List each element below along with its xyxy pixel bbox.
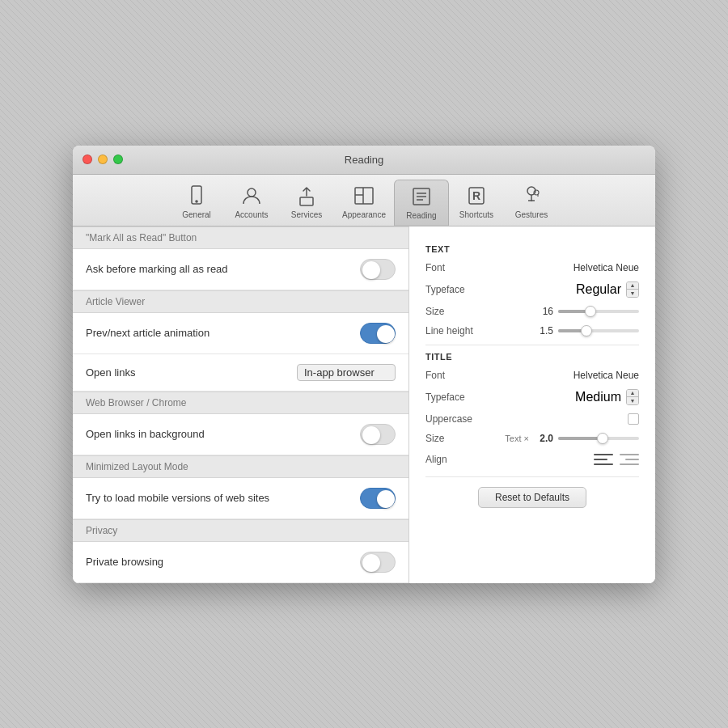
toggle-open-background[interactable] <box>360 424 396 445</box>
title-size-slider-container: Text × 2.0 <box>490 433 639 444</box>
title-size-row: Size Text × 2.0 <box>425 433 639 444</box>
title-font-label: Font <box>425 370 490 381</box>
setting-row-open-background: Open links in background <box>73 414 408 455</box>
upload-icon <box>294 183 320 209</box>
toolbar-item-gestures[interactable]: Gestures <box>504 180 559 226</box>
toolbar-label-general: General <box>182 210 211 219</box>
text-size-value: 16 <box>534 306 553 317</box>
toggle-knob-private-browsing <box>362 554 380 572</box>
section-header-privacy: Privacy <box>73 519 408 542</box>
text-size-slider[interactable] <box>558 310 639 313</box>
layout-icon <box>351 183 377 209</box>
text-section-title: TEXT <box>425 244 639 254</box>
svg-rect-4 <box>355 188 373 204</box>
toggle-knob-mobile-versions <box>377 490 395 508</box>
maximize-button[interactable] <box>113 154 123 164</box>
titlebar: Reading <box>73 146 655 175</box>
title-font-row: Font Helvetica Neue <box>425 370 639 381</box>
minimize-button[interactable] <box>98 154 108 164</box>
window-title: Reading <box>345 154 383 166</box>
align-right-button[interactable] <box>620 452 639 467</box>
toolbar-item-reading[interactable]: Reading <box>394 180 449 226</box>
toolbar-label-appearance: Appearance <box>342 210 386 219</box>
toggle-mobile-versions[interactable] <box>360 488 396 509</box>
title-uppercase-row: Uppercase <box>425 413 639 425</box>
toolbar-item-general[interactable]: General <box>169 180 224 226</box>
svg-point-2 <box>248 188 256 197</box>
divider-1 <box>425 345 639 345</box>
open-links-dropdown[interactable]: In-app browser Default browser <box>297 364 396 381</box>
toolbar-item-appearance[interactable]: Appearance <box>334 180 394 226</box>
text-typeface-value: Regular <box>576 282 621 297</box>
text-size-slider-container: 16 <box>534 306 639 317</box>
toolbar-label-shortcuts: Shortcuts <box>459 210 493 219</box>
text-font-value: Helvetica Neue <box>574 262 639 273</box>
setting-label-animation: Prev/next article animation <box>86 327 210 339</box>
title-size-label: Size <box>425 433 490 444</box>
title-size-prefix: Text × <box>490 434 529 443</box>
stepper-down[interactable]: ▼ <box>627 290 638 297</box>
align-left-button[interactable] <box>594 452 613 467</box>
app-window: Reading General Accounts <box>73 146 655 583</box>
align-buttons <box>594 452 639 467</box>
gestures-icon <box>518 183 544 209</box>
text-size-row: Size 16 <box>425 306 639 317</box>
setting-label-open-links: Open links <box>86 366 135 379</box>
title-stepper-up[interactable]: ▲ <box>627 390 638 398</box>
text-typeface-label: Typeface <box>425 284 490 295</box>
left-panel: "Mark All as Read" Button Ask before mar… <box>73 226 409 583</box>
setting-label-ask-before: Ask before marking all as read <box>86 263 228 275</box>
section-header-web-browser: Web Browser / Chrome <box>73 392 408 414</box>
stepper-up[interactable]: ▲ <box>627 282 638 290</box>
reset-defaults-button[interactable]: Reset to Defaults <box>478 487 586 508</box>
toolbar-label-reading: Reading <box>406 211 436 220</box>
title-typeface-value: Medium <box>575 390 621 404</box>
text-typeface-stepper[interactable]: ▲ ▼ <box>626 281 639 298</box>
r-icon: R <box>463 183 489 209</box>
person-icon <box>239 183 265 209</box>
toggle-knob-animation <box>377 325 395 343</box>
reset-btn-container: Reset to Defaults <box>425 476 639 514</box>
text-typeface-row: Typeface Regular ▲ ▼ <box>425 281 639 298</box>
title-typeface-stepper[interactable]: ▲ ▼ <box>626 389 639 405</box>
close-button[interactable] <box>83 154 92 164</box>
title-stepper-down[interactable]: ▼ <box>627 397 638 404</box>
title-uppercase-checkbox[interactable] <box>628 413 639 425</box>
text-lineheight-slider[interactable] <box>558 329 639 332</box>
text-lineheight-row: Line height 1.5 <box>425 325 639 336</box>
title-uppercase-label: Uppercase <box>425 413 490 425</box>
toggle-private-browsing[interactable] <box>360 552 396 573</box>
toolbar-label-services: Services <box>291 210 322 219</box>
title-font-value: Helvetica Neue <box>574 370 639 381</box>
title-size-slider[interactable] <box>558 437 639 440</box>
section-header-mark-all: "Mark All as Read" Button <box>73 226 408 249</box>
text-size-label: Size <box>425 306 490 317</box>
toolbar-item-services[interactable]: Services <box>279 180 334 226</box>
text-typeface-value-container: Regular ▲ ▼ <box>576 281 639 298</box>
section-header-minimized: Minimized Layout Mode <box>73 455 408 478</box>
setting-row-ask-before: Ask before marking all as read <box>73 249 408 290</box>
setting-label-mobile-versions: Try to load mobile versions of web sites <box>86 492 269 504</box>
right-panel: TEXT Font Helvetica Neue Typeface Regula… <box>409 226 655 583</box>
setting-row-mobile-versions: Try to load mobile versions of web sites <box>73 478 408 519</box>
toggle-ask-before[interactable] <box>360 259 396 280</box>
title-typeface-row: Typeface Medium ▲ ▼ <box>425 389 639 405</box>
toolbar-label-accounts: Accounts <box>235 210 268 219</box>
setting-label-open-background: Open links in background <box>86 428 205 440</box>
svg-rect-3 <box>300 197 313 205</box>
svg-point-1 <box>196 201 197 202</box>
text-font-label: Font <box>425 262 490 273</box>
title-typeface-value-container: Medium ▲ ▼ <box>575 389 639 405</box>
text-lineheight-slider-container: 1.5 <box>534 325 639 336</box>
iphone-icon <box>184 183 210 209</box>
toggle-animation[interactable] <box>360 323 396 344</box>
reading-icon <box>408 184 434 210</box>
text-lineheight-value: 1.5 <box>534 325 553 336</box>
svg-text:R: R <box>472 189 480 202</box>
toolbar: General Accounts Services <box>73 175 655 226</box>
open-links-value: In-app browser Default browser <box>297 364 396 381</box>
title-typeface-label: Typeface <box>425 392 490 403</box>
toolbar-item-shortcuts[interactable]: R Shortcuts <box>449 180 504 226</box>
toolbar-item-accounts[interactable]: Accounts <box>224 180 279 226</box>
text-lineheight-label: Line height <box>425 325 490 336</box>
